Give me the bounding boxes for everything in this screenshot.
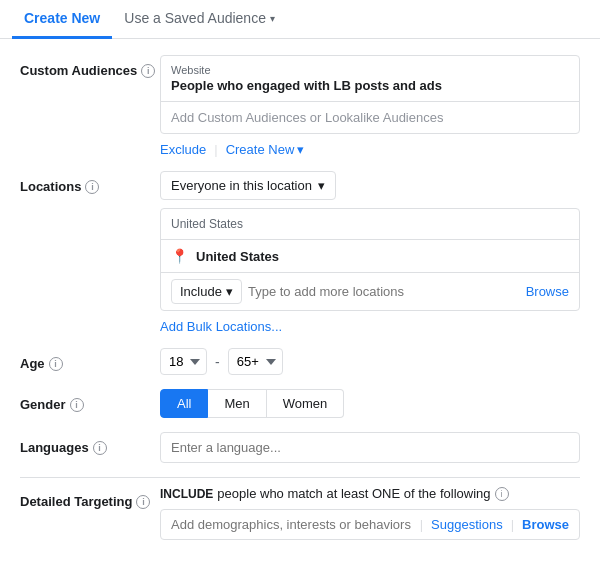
custom-audiences-info-icon[interactable]: i	[141, 64, 155, 78]
gender-content: All Men Women	[160, 389, 580, 418]
languages-row: Languages i	[20, 432, 580, 463]
audiences-add[interactable]: Add Custom Audiences or Lookalike Audien…	[161, 101, 579, 133]
detailed-targeting-content: INCLUDE people who match at least ONE of…	[160, 486, 580, 540]
age-row: Age i 18192021 25303540 4550556065 - 182…	[20, 348, 580, 375]
age-label: Age i	[20, 348, 160, 371]
languages-label: Languages i	[20, 432, 160, 455]
gender-all-button[interactable]: All	[160, 389, 208, 418]
location-header: United States	[161, 209, 579, 240]
locations-row: Locations i Everyone in this location ▾ …	[20, 171, 580, 334]
locations-dropdown-label: Everyone in this location	[171, 178, 312, 193]
tab-bar: Create New Use a Saved Audience ▾	[0, 0, 600, 39]
detailed-targeting-label: Detailed Targeting i	[20, 486, 160, 509]
detailed-description-text: people who match at least ONE of the fol…	[217, 486, 490, 501]
tab-use-saved-chevron-icon: ▾	[270, 13, 275, 24]
targeting-suggestions-link[interactable]: Suggestions	[431, 517, 503, 532]
age-min-select[interactable]: 18192021 25303540 4550556065	[160, 348, 207, 375]
audiences-existing: Website People who engaged with LB posts…	[161, 56, 579, 101]
location-add-row: Include ▾ Browse	[161, 273, 579, 310]
create-new-chevron-icon: ▾	[297, 142, 304, 157]
locations-content: Everyone in this location ▾ United State…	[160, 171, 580, 334]
tab-create-new[interactable]: Create New	[12, 0, 112, 39]
gender-row: Gender i All Men Women	[20, 389, 580, 418]
location-type-input[interactable]	[248, 284, 520, 299]
location-item-us: 📍 United States	[161, 240, 579, 273]
locations-box: United States 📍 United States Include ▾ …	[160, 208, 580, 311]
custom-audiences-content: Website People who engaged with LB posts…	[160, 55, 580, 157]
location-browse-link[interactable]: Browse	[526, 284, 569, 299]
exclude-link[interactable]: Exclude	[160, 142, 206, 157]
targeting-pipe: |	[420, 517, 423, 532]
include-chevron-icon: ▾	[226, 284, 233, 299]
tab-use-saved[interactable]: Use a Saved Audience ▾	[112, 0, 287, 39]
age-selects: 18192021 25303540 4550556065 - 18253035 …	[160, 348, 580, 375]
main-container: Create New Use a Saved Audience ▾ Custom…	[0, 0, 600, 573]
languages-content	[160, 432, 580, 463]
include-dropdown[interactable]: Include ▾	[171, 279, 242, 304]
location-pin-icon: 📍	[171, 248, 188, 264]
detailed-targeting-info-icon[interactable]: i	[136, 495, 150, 509]
include-label: Include	[180, 284, 222, 299]
location-name: United States	[196, 249, 279, 264]
detailed-targeting-description: INCLUDE people who match at least ONE of…	[160, 486, 580, 501]
audiences-website-label: Website	[171, 64, 569, 76]
add-bulk-link[interactable]: Add Bulk Locations...	[160, 319, 282, 334]
gender-label: Gender i	[20, 389, 160, 412]
gender-buttons: All Men Women	[160, 389, 580, 418]
include-text: INCLUDE	[160, 487, 213, 501]
detailed-targeting-row: Detailed Targeting i INCLUDE people who …	[20, 486, 580, 540]
age-content: 18192021 25303540 4550556065 - 18253035 …	[160, 348, 580, 375]
gender-info-icon[interactable]: i	[70, 398, 84, 412]
locations-dropdown[interactable]: Everyone in this location ▾	[160, 171, 336, 200]
locations-label: Locations i	[20, 171, 160, 194]
targeting-pipe-2: |	[511, 517, 514, 532]
targeting-browse-link[interactable]: Browse	[522, 517, 569, 532]
detailed-targeting-description-info-icon[interactable]: i	[495, 487, 509, 501]
section-divider	[20, 477, 580, 478]
age-dash: -	[215, 354, 220, 370]
form-section: Custom Audiences i Website People who en…	[0, 39, 600, 570]
exclude-row: Exclude | Create New ▾	[160, 142, 580, 157]
gender-women-button[interactable]: Women	[267, 389, 345, 418]
gender-men-button[interactable]: Men	[208, 389, 266, 418]
custom-audiences-row: Custom Audiences i Website People who en…	[20, 55, 580, 157]
languages-input[interactable]	[160, 432, 580, 463]
custom-audiences-label: Custom Audiences i	[20, 55, 160, 78]
targeting-input[interactable]	[171, 517, 412, 532]
pipe-divider: |	[214, 142, 217, 157]
age-max-select[interactable]: 18253035 40455055 6065+	[228, 348, 283, 375]
create-new-button[interactable]: Create New ▾	[226, 142, 305, 157]
age-info-icon[interactable]: i	[49, 357, 63, 371]
audiences-engaged-text: People who engaged with LB posts and ads	[171, 78, 569, 93]
audiences-box: Website People who engaged with LB posts…	[160, 55, 580, 134]
languages-info-icon[interactable]: i	[93, 441, 107, 455]
locations-chevron-icon: ▾	[318, 178, 325, 193]
targeting-input-box: | Suggestions | Browse	[160, 509, 580, 540]
tab-use-saved-label: Use a Saved Audience	[124, 10, 266, 26]
locations-info-icon[interactable]: i	[85, 180, 99, 194]
